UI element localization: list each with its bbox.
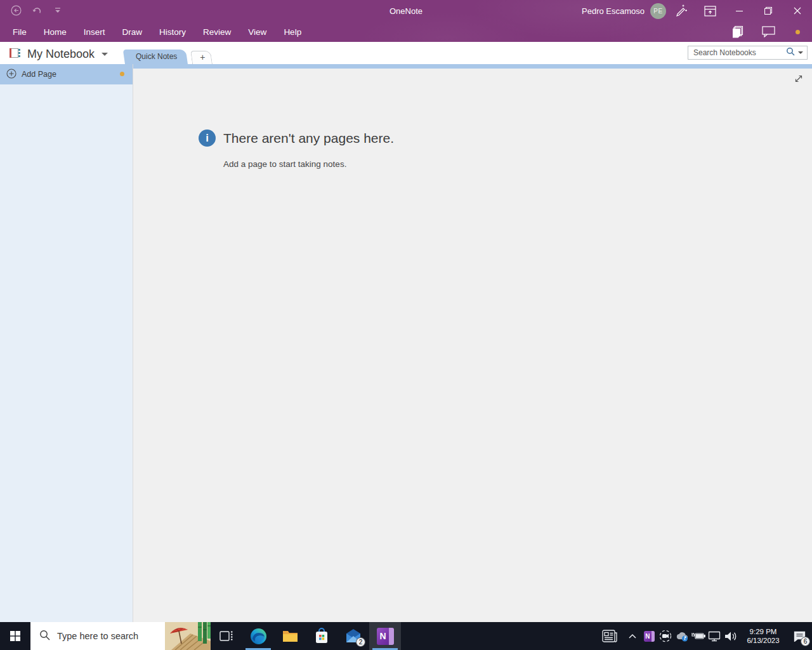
clock-date: 6/13/2023 (747, 636, 779, 645)
tab-history[interactable]: History (159, 27, 186, 37)
ribbon-display-options-icon[interactable] (695, 0, 724, 22)
taskbar-search-icon (39, 630, 50, 643)
system-tray: N (595, 622, 812, 650)
notebook-icon (8, 46, 22, 62)
close-button[interactable] (783, 0, 812, 22)
notification-count-badge: 6 (801, 637, 810, 646)
tab-insert[interactable]: Insert (84, 27, 105, 37)
onenote-tray-icon[interactable]: N (641, 622, 657, 650)
search-notebooks-input[interactable] (693, 48, 786, 57)
search-highlight-image[interactable] (165, 622, 211, 650)
mail-unread-badge: 2 (356, 637, 365, 647)
onenote-taskbar-button[interactable]: N (369, 622, 401, 650)
microsoft-store-button[interactable] (306, 622, 337, 650)
restore-button[interactable] (754, 0, 783, 22)
edge-logo-icon (250, 628, 267, 645)
info-icon: i (199, 129, 216, 147)
hidden-icons-chevron[interactable] (624, 622, 641, 650)
tab-home[interactable]: Home (44, 27, 67, 37)
avatar[interactable]: PE (650, 3, 666, 19)
onedrive-status-icon[interactable] (674, 622, 690, 650)
battery-icon[interactable] (690, 622, 706, 650)
task-view-button[interactable] (211, 622, 242, 650)
taskbar: Type here to search (0, 622, 812, 650)
tab-help[interactable]: Help (284, 27, 301, 37)
empty-state-hint: Add a page to start taking notes. (223, 159, 394, 169)
pages-stack-icon[interactable] (724, 22, 754, 42)
coachmark-dot-titlebar[interactable] (783, 22, 812, 42)
windows-logo-icon (10, 631, 20, 641)
ribbon-tabs: File Home Insert Draw History Review Vie… (0, 22, 318, 42)
page-canvas: i There aren't any pages here. Add a pag… (133, 64, 812, 622)
comment-icon[interactable] (754, 22, 783, 42)
section-color-strip (133, 64, 812, 69)
folder-icon (282, 628, 299, 645)
coachmark-dot-add-page[interactable] (120, 72, 124, 76)
account-name[interactable]: Pedro Escamoso (582, 6, 645, 16)
add-page-button[interactable]: Add Page (0, 64, 133, 84)
minimize-button[interactable] (724, 0, 754, 22)
notebook-header: My Notebook Quick Notes + (0, 42, 812, 64)
taskbar-search-placeholder: Type here to search (57, 631, 138, 641)
search-scope-caret-icon[interactable] (798, 51, 803, 54)
new-section-button[interactable]: + (192, 51, 213, 64)
tab-file[interactable]: File (13, 27, 27, 37)
tab-review[interactable]: Review (203, 27, 231, 37)
start-button[interactable] (0, 622, 30, 650)
notebook-switcher[interactable]: My Notebook (8, 46, 108, 62)
page-list-sidebar: Add Page (0, 64, 133, 622)
file-explorer-button[interactable] (274, 622, 306, 650)
clock-time: 9:29 PM (747, 627, 779, 636)
section-tabs: Quick Notes + (125, 50, 213, 64)
news-widget-icon[interactable] (595, 622, 624, 650)
search-icon[interactable] (786, 47, 795, 58)
network-icon[interactable] (706, 622, 722, 650)
chevron-down-icon (102, 53, 108, 56)
empty-state-title: There aren't any pages here. (223, 129, 394, 147)
meet-now-icon[interactable] (657, 622, 674, 650)
onenote-logo-icon: N (377, 628, 394, 645)
mail-button[interactable]: 2 (337, 622, 369, 650)
full-page-view-icon[interactable] (792, 72, 806, 86)
tab-draw[interactable]: Draw (122, 27, 143, 37)
inking-pen-icon[interactable] (666, 0, 695, 22)
add-page-label: Add Page (22, 70, 56, 79)
section-tab-quick-notes[interactable]: Quick Notes (125, 50, 188, 64)
volume-icon[interactable] (722, 622, 740, 650)
empty-state-message: i There aren't any pages here. Add a pag… (199, 129, 394, 169)
search-notebooks-box[interactable] (688, 46, 808, 60)
edge-button[interactable] (242, 622, 274, 650)
action-center-button[interactable]: 6 (787, 622, 812, 650)
tab-view[interactable]: View (248, 27, 266, 37)
taskbar-clock[interactable]: 9:29 PM 6/13/2023 (740, 622, 787, 650)
notebook-name: My Notebook (27, 48, 95, 61)
titlebar: OneNote Pedro Escamoso PE File Home (0, 0, 812, 42)
add-circle-icon (6, 69, 16, 81)
taskbar-search-box[interactable]: Type here to search (30, 622, 211, 650)
store-bag-icon (313, 628, 330, 644)
